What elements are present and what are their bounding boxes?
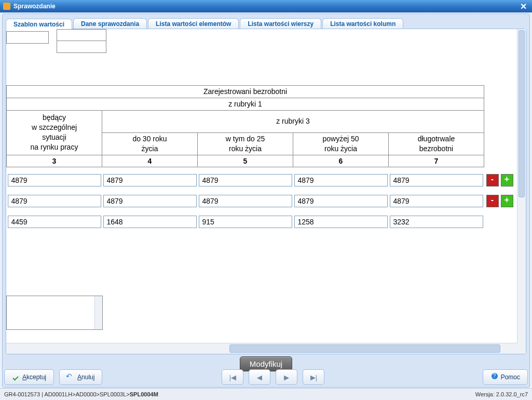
colnum-7: 7 [389, 155, 484, 167]
colnum-6: 6 [293, 155, 389, 167]
cell-r3-c3[interactable] [8, 216, 101, 228]
last-icon: ▶| [310, 374, 317, 381]
cell-r1-c4[interactable] [103, 174, 197, 186]
tab-lista-wartosci-wierszy[interactable]: Lista wartości wierszy [240, 18, 321, 29]
window-title: Sprawozdanie [13, 3, 56, 10]
header-col4: do 30 roku życia [102, 132, 198, 155]
header-sub1: z rubryki 1 [7, 98, 484, 110]
prev-icon: ◀ [257, 374, 262, 381]
accept-button[interactable]: Akceptuj [4, 369, 54, 385]
status-left: GR4-0012573 | AD0001LH>AD0000>SPL0003L>S… [4, 391, 158, 397]
cell-r3-c4[interactable] [103, 216, 197, 228]
help-button[interactable]: Pomoc [483, 369, 528, 385]
cell-r2-c6[interactable] [294, 195, 388, 207]
header-top: Zarejestrowani bezrobotni [7, 86, 484, 98]
cell-r2-c4[interactable] [103, 195, 197, 207]
colnum-5: 5 [198, 155, 293, 167]
help-icon [490, 374, 498, 381]
notes-textarea[interactable] [6, 296, 103, 330]
scroll-viewport: Zarejestrowani bezrobotni z rubryki 1 bę… [6, 29, 517, 343]
header-col3: będący w szczególnej sytuacji na rynku p… [7, 110, 102, 155]
cell-r2-c7[interactable] [390, 195, 483, 207]
cell-r1-c3[interactable] [8, 174, 101, 186]
row2-remove-button[interactable]: - [486, 195, 499, 207]
tab-lista-wartosci-kolumn[interactable]: Lista wartości kolumn [322, 18, 403, 29]
vertical-scrollbar-thumb[interactable] [519, 30, 525, 197]
cell-r3-c5[interactable] [199, 216, 292, 228]
small-box-3 [57, 41, 106, 53]
tab-lista-wartosci-elementow[interactable]: Lista wartości elementów [148, 18, 239, 29]
footer-toolbar: Akceptuj Anuluj |◀ ◀ ▶ ▶| Pomoc [2, 368, 530, 386]
colnum-4: 4 [102, 155, 198, 167]
tab-szablon-wartosci[interactable]: Szablon wartości [6, 19, 72, 29]
app-icon [3, 3, 10, 10]
nav-next-button[interactable]: ▶ [276, 369, 297, 385]
tab-bar: Szablon wartości Dane sprawozdania Lista… [6, 17, 526, 29]
status-version: Wersja: 2.0.32.0_rc7 [475, 391, 528, 397]
notes-scrollbar[interactable] [94, 296, 102, 329]
cell-r1-c5[interactable] [199, 174, 292, 186]
next-icon: ▶ [284, 374, 289, 381]
nav-last-button[interactable]: ▶| [303, 369, 324, 385]
row2-add-button[interactable]: + [501, 195, 513, 207]
modify-button-label: Modyfikuj [250, 359, 282, 368]
cell-r3-c6[interactable] [294, 216, 388, 228]
check-icon [12, 374, 19, 381]
status-bar: GR4-0012573 | AD0001LH>AD0000>SPL0003L>S… [0, 388, 532, 400]
first-icon: |◀ [229, 374, 236, 381]
horizontal-scrollbar[interactable] [6, 343, 517, 354]
nav-first-button[interactable]: |◀ [222, 369, 243, 385]
nav-group: |◀ ◀ ▶ ▶| [222, 369, 324, 385]
header-sub3: z rubryki 3 [102, 110, 484, 132]
scroll-corner [517, 343, 526, 354]
cancel-button-label: Anuluj [77, 374, 94, 381]
tab-dane-sprawozdania[interactable]: Dane sprawozdania [73, 18, 147, 29]
small-box-1 [6, 31, 49, 44]
accept-button-label: Akceptuj [22, 374, 46, 381]
nav-prev-button[interactable]: ◀ [249, 369, 270, 385]
tab-label: Lista wartości wierszy [248, 20, 313, 28]
help-button-label: Pomoc [501, 374, 520, 381]
cell-r2-c3[interactable] [8, 195, 101, 207]
cell-r3-c7[interactable] [390, 216, 483, 228]
tab-label: Szablon wartości [13, 21, 64, 28]
small-box-2 [57, 29, 106, 42]
tab-label: Dane sprawozdania [81, 20, 139, 28]
cell-r2-c5[interactable] [199, 195, 292, 207]
tab-content: Zarejestrowani bezrobotni z rubryki 1 bę… [6, 29, 526, 354]
header-col5: w tym do 25 roku życia [198, 132, 293, 155]
horizontal-scrollbar-thumb[interactable] [229, 344, 500, 353]
cell-r1-c6[interactable] [294, 174, 388, 186]
tab-label: Lista wartości elementów [156, 20, 231, 28]
cancel-button[interactable]: Anuluj [59, 369, 102, 385]
tab-label: Lista wartości kolumn [330, 20, 395, 28]
window-close-button[interactable]: ✕ [518, 2, 529, 11]
row1-add-button[interactable]: + [501, 174, 513, 186]
row1-remove-button[interactable]: - [486, 174, 499, 186]
window-titlebar: Sprawozdanie ✕ [0, 0, 532, 12]
header-col7: długotrwale bezrobotni [389, 132, 484, 155]
vertical-scrollbar[interactable] [517, 29, 526, 343]
undo-icon [67, 374, 74, 381]
report-grid: Zarejestrowani bezrobotni z rubryki 1 bę… [6, 85, 513, 230]
colnum-3: 3 [7, 155, 102, 167]
main-panel: Szablon wartości Dane sprawozdania Lista… [2, 14, 530, 388]
cell-r1-c7[interactable] [390, 174, 483, 186]
header-col6: powyżej 50 roku życia [293, 132, 389, 155]
